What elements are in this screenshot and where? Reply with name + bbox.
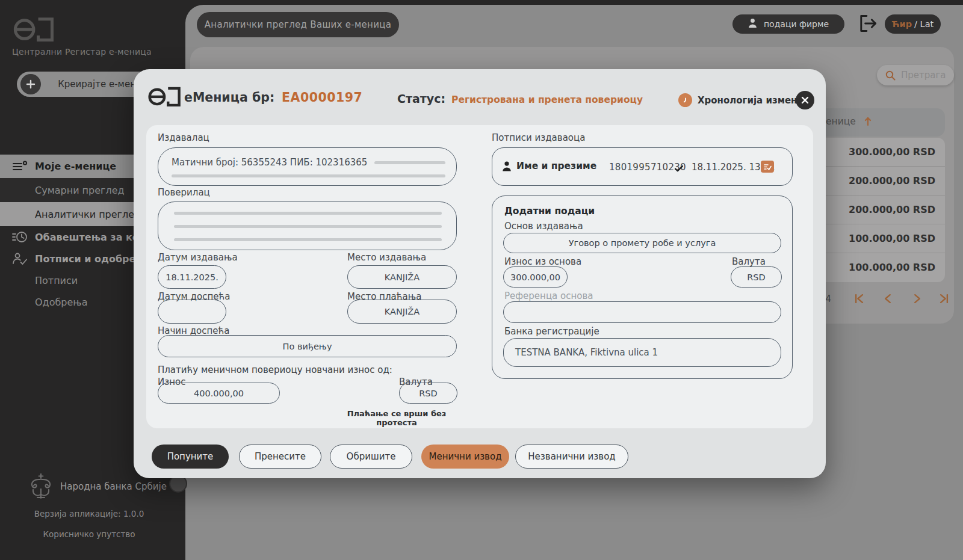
modal-title: еМеница бр: EA0000197 (184, 90, 362, 105)
pagination-last-icon[interactable] (940, 294, 949, 304)
status-group: Статус: Регистрована и пренета повериоцу (397, 92, 643, 105)
brand-name: Централни Регистар е-меница (12, 47, 172, 57)
payment-statement: Платићу меничном повериоцу новчани износ… (158, 365, 392, 375)
app-version: Верзија апликације: 1.0.0 (0, 509, 178, 518)
search-icon (885, 70, 896, 81)
delete-button[interactable]: Обришите (330, 445, 412, 469)
status-label: Статус: (397, 92, 445, 105)
sort-ascending-icon[interactable] (864, 117, 872, 126)
redacted-text-bar (174, 225, 442, 228)
additional-data-title: Додатни подаци (504, 206, 595, 217)
basis-reference-field[interactable] (503, 301, 781, 323)
issue-place-field[interactable]: KANJIŽA (347, 265, 457, 289)
app-logo-icon (12, 14, 57, 46)
close-icon[interactable] (796, 91, 814, 109)
sidebar-item-label: Моје е-менице (35, 161, 116, 172)
issue-date-field[interactable]: 18.11.2025. (158, 265, 226, 289)
issue-place-label: Место издавања (347, 252, 426, 263)
maturity-type-field[interactable]: По виђењу (158, 335, 457, 357)
redacted-text-bar (174, 238, 442, 241)
issuance-basis-label: Основ издавања (504, 221, 583, 232)
issuer-field: Матични број: 56355243 ПИБ: 102316365 (158, 147, 457, 186)
modal-actions: Попуните Пренесите Обришите Менични изво… (134, 445, 826, 469)
page-title: Аналитички преглед Ваших е-меница (197, 12, 399, 37)
language-lat: / Lat (914, 19, 934, 29)
registration-bank-label: Банка регистрације (504, 326, 599, 337)
registration-bank-value: TESTNA BANKA, Fiktivna ulica 1 (515, 347, 658, 358)
issuance-basis-field[interactable]: Уговор о промету робе и услуга (503, 233, 781, 253)
company-data-button[interactable]: подаци фирме (732, 14, 844, 34)
no-protest-note: Плаћање се врши без протеста (336, 409, 457, 427)
creditor-label: Поверилац (158, 187, 210, 198)
basis-reference-label: Референца основа (504, 291, 593, 301)
clock-icon (678, 93, 692, 107)
search-placeholder: Претрага (901, 70, 946, 81)
check-icon (675, 163, 683, 174)
registration-bank-field[interactable]: TESTNA BANKA, Fiktivna ulica 1 (503, 338, 781, 367)
bill-statement-button[interactable]: Менични извод (421, 445, 509, 469)
sidebar-item-label: Потписи (35, 275, 78, 286)
list-icon (12, 161, 28, 173)
basis-currency-field[interactable]: RSD (731, 266, 782, 288)
sidebar-item-label: Одобрења (35, 297, 88, 308)
history-button[interactable]: Хронологија измена (678, 93, 804, 107)
signature-icon (12, 252, 28, 265)
signer-name: Име и презиме (516, 161, 596, 171)
issue-date-label: Датум издавања (158, 252, 238, 263)
language-toggle[interactable]: Ћир / Lat (885, 14, 941, 34)
notifications-icon (12, 230, 28, 244)
emenica-number-value: EA0000197 (282, 90, 362, 105)
app: Централни Регистар е-меница Креирајте е-… (0, 0, 963, 560)
signature-document-icon[interactable] (761, 161, 774, 173)
creditor-field (158, 202, 457, 250)
pagination-first-icon[interactable] (855, 294, 864, 304)
currency-field[interactable]: RSD (399, 383, 457, 404)
history-label: Хронологија измена (698, 95, 804, 106)
nbs-name: Народна банка Србије (60, 481, 167, 492)
person-icon (748, 18, 757, 30)
pagination-next-icon[interactable] (912, 294, 922, 304)
emenica-detail-modal: еМеница бр: EA0000197 Статус: Регистрова… (134, 69, 826, 478)
sidebar-item-label: Аналитички преглед (35, 209, 141, 220)
issuer-ids: Матични број: 56355243 ПИБ: 102316365 (172, 157, 367, 168)
redacted-text-bar (174, 212, 442, 215)
amount-column-header: енице (826, 116, 856, 127)
language-cyr: Ћир (892, 19, 912, 29)
transfer-button[interactable]: Пренесите (239, 445, 321, 469)
amount-field[interactable]: 400.000,00 (158, 383, 280, 404)
basis-currency-label: Валута (732, 256, 766, 267)
redacted-text-bar (172, 174, 445, 177)
search-input[interactable]: Претрага (877, 65, 954, 85)
person-icon (502, 161, 512, 174)
issuer-signature-row: Име и презиме 1801995710230 18.11.2025. … (492, 147, 793, 186)
emenica-logo-icon (148, 83, 182, 112)
basis-amount-label: Износ из основа (504, 256, 581, 267)
user-manual-link[interactable]: Корисничко упутство (0, 529, 178, 539)
payment-place-field[interactable]: KANJIŽA (347, 300, 457, 324)
due-date-field[interactable] (158, 300, 226, 324)
company-data-label: подаци фирме (764, 19, 829, 29)
emenica-form-panel: Издавалац Матични број: 56355243 ПИБ: 10… (146, 125, 813, 428)
emenica-number-label: еМеница бр: (184, 90, 274, 105)
issuer-label: Издавалац (158, 132, 209, 143)
basis-amount-field[interactable]: 300.000,00 (503, 266, 568, 288)
plus-icon (20, 74, 41, 94)
status-badge: Регистрована и пренета повериоцу (451, 94, 643, 105)
additional-data-box: Додатни подаци Основ издавања Уговор о п… (492, 195, 793, 379)
issuer-signatures-label: Потписи издаваоца (492, 132, 585, 143)
logout-icon[interactable] (857, 13, 878, 34)
sidebar-item-label: Сумарни преглед (35, 185, 125, 196)
unofficial-statement-button[interactable]: Незванични извод (515, 445, 628, 469)
nbs-emblem-icon (26, 473, 55, 502)
redacted-text-bar (374, 161, 445, 164)
pagination-prev-icon[interactable] (884, 294, 893, 304)
fill-button[interactable]: Попуните (152, 445, 229, 469)
